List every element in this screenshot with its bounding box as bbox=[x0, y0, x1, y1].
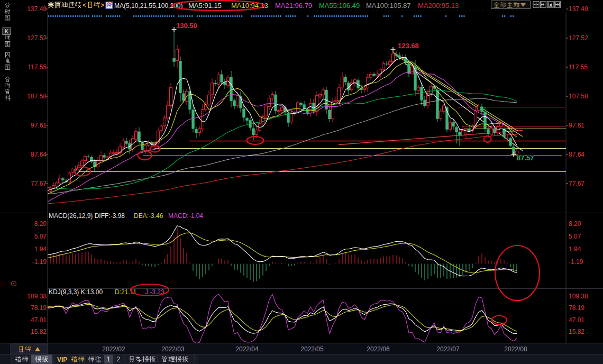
svg-text:123.68: 123.68 bbox=[398, 42, 419, 50]
svg-text:15.82: 15.82 bbox=[569, 328, 584, 335]
svg-text:8.20: 8.20 bbox=[34, 220, 47, 228]
svg-text:97.61: 97.61 bbox=[31, 122, 47, 129]
svg-text:77.67: 77.67 bbox=[31, 180, 47, 187]
svg-text:1.94: 1.94 bbox=[569, 245, 581, 253]
svg-text:117.55: 117.55 bbox=[569, 63, 588, 71]
svg-text:47.01: 47.01 bbox=[569, 316, 584, 324]
svg-text:2022/06: 2022/06 bbox=[367, 345, 390, 353]
svg-text:MA(5,10,21,55,100,200): MA(5,10,21,55,100,200) bbox=[114, 2, 182, 10]
svg-text:>: > bbox=[100, 2, 104, 9]
svg-text:15.82: 15.82 bbox=[31, 328, 47, 335]
svg-text:MACD:-1.04: MACD:-1.04 bbox=[168, 212, 203, 220]
svg-text:8.20: 8.20 bbox=[569, 220, 581, 228]
svg-text:1: 1 bbox=[107, 356, 111, 363]
svg-text:MA200:95.13: MA200:95.13 bbox=[418, 2, 459, 10]
svg-text:MACD(26,12,9) DIFF:-3.98: MACD(26,12,9) DIFF:-3.98 bbox=[49, 212, 125, 220]
svg-text:MA100:105.87: MA100:105.87 bbox=[366, 2, 411, 10]
svg-text:78.19: 78.19 bbox=[569, 304, 584, 312]
svg-text:MA21:96.79: MA21:96.79 bbox=[275, 2, 312, 10]
svg-text:1.94: 1.94 bbox=[34, 245, 47, 253]
svg-text:2022/04: 2022/04 bbox=[235, 345, 259, 353]
svg-text:107.58: 107.58 bbox=[27, 93, 47, 100]
svg-text:5.07: 5.07 bbox=[569, 233, 581, 240]
svg-text:127.52: 127.52 bbox=[27, 34, 47, 42]
svg-text:MA10:94.13: MA10:94.13 bbox=[231, 2, 268, 10]
svg-text:D:21.11: D:21.11 bbox=[115, 288, 136, 296]
svg-text:78.19: 78.19 bbox=[31, 304, 47, 312]
svg-text:KDJ(9,3,3) K:13.00: KDJ(9,3,3) K:13.00 bbox=[49, 288, 103, 296]
svg-text:2022/07: 2022/07 bbox=[436, 345, 460, 353]
svg-text:MA55:106.49: MA55:106.49 bbox=[319, 2, 360, 10]
svg-text:87.64: 87.64 bbox=[31, 151, 47, 158]
svg-text:VIP: VIP bbox=[57, 356, 67, 363]
svg-text:137.49: 137.49 bbox=[27, 5, 47, 13]
svg-text:-1.19: -1.19 bbox=[32, 258, 47, 266]
svg-text:-1.19: -1.19 bbox=[569, 258, 583, 266]
svg-text:K: K bbox=[5, 29, 8, 34]
svg-text:2: 2 bbox=[117, 356, 121, 363]
svg-text:97.61: 97.61 bbox=[569, 122, 584, 129]
svg-text:109.38: 109.38 bbox=[27, 293, 47, 300]
svg-text:109.38: 109.38 bbox=[569, 293, 588, 300]
svg-text:47.01: 47.01 bbox=[31, 316, 47, 324]
svg-text:5.07: 5.07 bbox=[34, 233, 47, 240]
svg-text:77.67: 77.67 bbox=[569, 180, 584, 187]
svg-text:MA5:91.15: MA5:91.15 bbox=[188, 2, 222, 10]
svg-text:2022/03: 2022/03 bbox=[161, 345, 185, 353]
svg-text:107.58: 107.58 bbox=[569, 93, 588, 100]
svg-text:127.52: 127.52 bbox=[569, 34, 588, 42]
svg-text:87.57: 87.57 bbox=[517, 154, 534, 162]
svg-text:2022/08: 2022/08 bbox=[504, 345, 527, 353]
svg-text:2022/05: 2022/05 bbox=[300, 345, 324, 353]
svg-text:DEA:-3.46: DEA:-3.46 bbox=[134, 212, 163, 220]
svg-text:87.64: 87.64 bbox=[569, 151, 584, 158]
svg-text:<: < bbox=[83, 2, 86, 9]
svg-text:137.49: 137.49 bbox=[569, 5, 588, 13]
svg-text:2022/02: 2022/02 bbox=[102, 345, 125, 353]
svg-text:117.55: 117.55 bbox=[28, 63, 47, 71]
svg-text:130.50: 130.50 bbox=[176, 22, 197, 30]
